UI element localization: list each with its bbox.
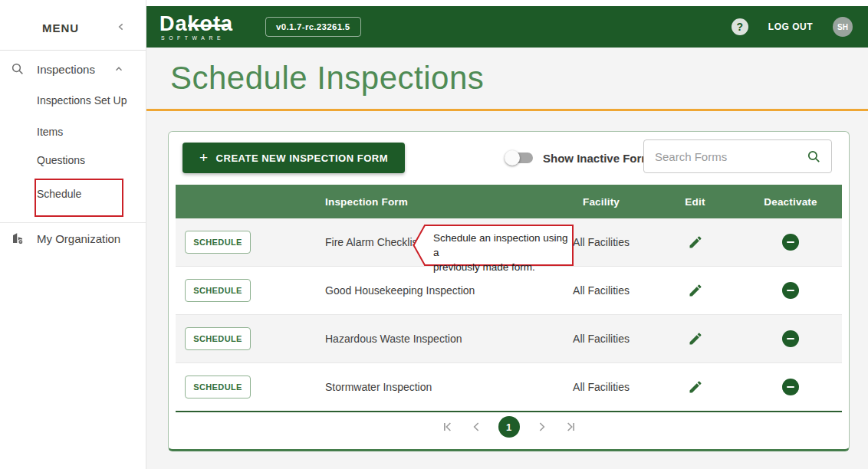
search-forms-input[interactable]: [644, 150, 807, 163]
logo-strike-bar: [188, 25, 229, 27]
form-name: Hazardous Waste Inspection: [325, 333, 551, 345]
version-badge: v0.1.7-rc.23261.5: [265, 17, 361, 37]
search-icon[interactable]: [807, 149, 821, 164]
sidebar-item-questions[interactable]: Questions: [0, 146, 146, 174]
logo-subtitle: SOFTWARE: [161, 35, 242, 41]
sidebar-subitem-label: Questions: [37, 154, 85, 166]
page-title-bar: Schedule Inspections: [146, 48, 868, 111]
edit-pencil-icon[interactable]: [651, 331, 739, 346]
forms-card: + CREATE NEW INSPECTION FORM Show Inacti…: [168, 131, 850, 451]
dakota-logo: Dakota SOFTWARE: [159, 13, 242, 41]
schedule-button[interactable]: SCHEDULE: [185, 327, 251, 350]
search-forms-box: [643, 139, 832, 173]
inactive-forms-toggle-group: Show Inactive Forms: [507, 148, 658, 168]
plus-icon: +: [199, 149, 209, 166]
sidebar-item-inspections[interactable]: Inspections: [0, 55, 146, 83]
sidebar-item-items[interactable]: Items: [0, 118, 146, 146]
logo-wordmark: Dakota: [159, 13, 242, 34]
search-icon: [11, 62, 25, 76]
form-name: Stormwater Inspection: [325, 381, 551, 393]
table-row: SCHEDULE Stormwater Inspection All Facil…: [176, 362, 842, 411]
form-name: Good Housekeeping Inspection: [325, 284, 551, 297]
pagination: 1: [169, 416, 849, 438]
sidebar-item-my-organization[interactable]: My Organization: [0, 225, 146, 252]
deactivate-minus-icon[interactable]: [739, 282, 842, 299]
previous-page-icon[interactable]: [469, 419, 485, 435]
first-page-icon[interactable]: [440, 419, 455, 435]
sidebar-subitem-label: Items: [37, 126, 63, 138]
sidebar-item-schedule[interactable]: Schedule: [0, 180, 146, 208]
sidebar-subitem-label: Schedule: [37, 188, 81, 200]
chevron-left-icon: [115, 21, 127, 36]
main-content: Schedule Inspections + CREATE NEW INSPEC…: [146, 48, 868, 469]
form-name: Fire Alarm Checklist: [325, 236, 551, 248]
page-title: Schedule Inspections: [170, 60, 484, 97]
edit-pencil-icon[interactable]: [651, 379, 739, 395]
sidebar-item-label: Inspections: [37, 63, 95, 76]
sidebar-divider: [0, 222, 146, 223]
column-facility: Facility: [583, 196, 620, 208]
help-icon[interactable]: ?: [732, 18, 748, 35]
create-button-label: CREATE NEW INSPECTION FORM: [216, 153, 388, 164]
organization-icon: [11, 231, 25, 245]
current-page-button[interactable]: 1: [498, 416, 520, 438]
chevron-up-icon[interactable]: [113, 64, 124, 74]
table-row: SCHEDULE Fire Alarm Checklist All Facili…: [176, 218, 842, 266]
top-app-bar: Dakota SOFTWARE v0.1.7-rc.23261.5 ? LOG …: [146, 6, 868, 48]
next-page-icon[interactable]: [534, 419, 549, 435]
table-header-row: Inspection Form Facility Edit Deactivate: [176, 185, 842, 218]
edit-pencil-icon[interactable]: [651, 283, 739, 298]
schedule-button[interactable]: SCHEDULE: [185, 231, 251, 254]
create-inspection-form-button[interactable]: + CREATE NEW INSPECTION FORM: [182, 143, 405, 173]
column-inspection-form: Inspection Form: [325, 196, 551, 208]
sidebar-item-inspections-set-up[interactable]: Inspections Set Up: [0, 87, 146, 114]
toggle-label: Show Inactive Forms: [543, 152, 658, 165]
column-deactivate: Deactivate: [764, 196, 817, 208]
table-row: SCHEDULE Hazardous Waste Inspection All …: [176, 314, 842, 362]
schedule-button[interactable]: SCHEDULE: [185, 376, 251, 398]
sidebar-subitem-label: Inspections Set Up: [37, 94, 127, 107]
sidebar-item-label: My Organization: [37, 232, 120, 245]
facility-value: All Facilities: [573, 284, 630, 297]
sidebar: MENU Inspections Inspections Set Up Item…: [0, 0, 146, 469]
sidebar-menu-header: MENU: [0, 6, 146, 51]
column-edit: Edit: [685, 196, 705, 208]
deactivate-minus-icon[interactable]: [739, 330, 842, 347]
inspection-forms-table: Inspection Form Facility Edit Deactivate…: [176, 185, 842, 412]
logout-button[interactable]: LOG OUT: [768, 21, 813, 32]
deactivate-minus-icon[interactable]: [739, 234, 842, 251]
topbar-actions: ? LOG OUT SH: [732, 17, 853, 37]
edit-pencil-icon[interactable]: [651, 235, 739, 250]
deactivate-minus-icon[interactable]: [739, 379, 842, 395]
toggle-knob: [505, 150, 520, 166]
last-page-icon[interactable]: [563, 419, 578, 435]
facility-value: All Facilities: [573, 381, 630, 393]
table-row: SCHEDULE Good Housekeeping Inspection Al…: [176, 266, 842, 314]
show-inactive-forms-toggle[interactable]: [507, 153, 533, 163]
sidebar-collapse-button[interactable]: [115, 21, 127, 36]
avatar[interactable]: SH: [833, 17, 853, 37]
facility-value: All Facilities: [573, 333, 630, 345]
schedule-button[interactable]: SCHEDULE: [185, 279, 251, 302]
menu-title: MENU: [42, 21, 79, 34]
facility-value: All Facilities: [573, 236, 630, 248]
